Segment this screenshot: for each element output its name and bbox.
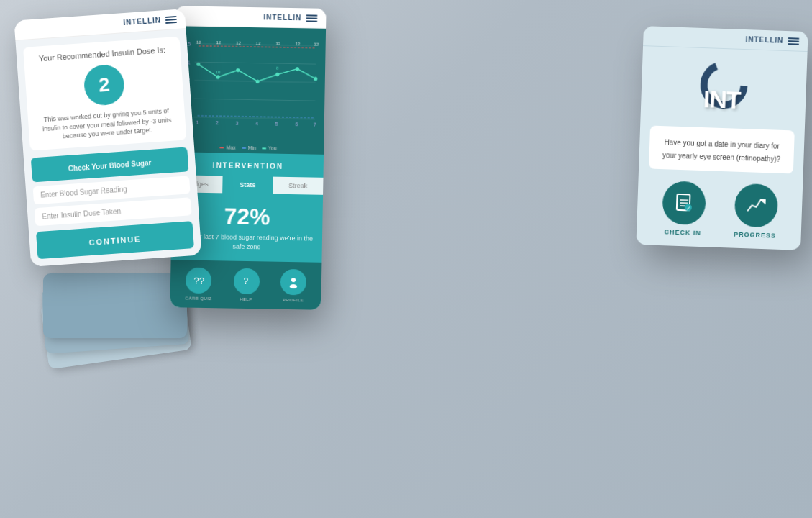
svg-text:12: 12	[196, 40, 202, 45]
chart-svg: 15 11 7 4 0 1 2 3 4 5 6 7	[179, 33, 320, 129]
profile-icon-circle	[280, 269, 307, 296]
svg-text:✓: ✓	[685, 205, 690, 212]
dose-circle: 2	[83, 64, 125, 107]
svg-line-2	[194, 81, 315, 83]
action-buttons: ✓ CHECK IN PROGRESS	[647, 180, 793, 240]
int-text: INT	[703, 85, 741, 114]
svg-text:6: 6	[295, 122, 298, 127]
left-logo: INTELLIN	[123, 16, 161, 27]
svg-text:2: 2	[216, 120, 219, 126]
middle-phone-header: INTELLIN	[175, 6, 326, 29]
blood-sugar-label: Check Your Blood Sugar	[68, 159, 152, 173]
progress-label: PROGRESS	[734, 231, 776, 240]
right-logo: INTELLIN	[745, 35, 783, 45]
legend-max: Max	[220, 145, 236, 150]
middle-menu-icon[interactable]	[306, 14, 317, 22]
svg-text:?: ?	[243, 277, 248, 287]
svg-line-1	[195, 62, 316, 64]
svg-text:10: 10	[216, 69, 222, 74]
card-stack	[43, 273, 187, 360]
tab-stats[interactable]: Stats	[222, 176, 273, 194]
left-menu-icon[interactable]	[165, 15, 178, 23]
svg-text:4: 4	[255, 121, 258, 127]
legend-you: You	[262, 145, 277, 150]
svg-text:12: 12	[314, 42, 319, 47]
right-phone-body: INT Have you got a date in your diary fo…	[636, 46, 807, 250]
svg-point-35	[291, 278, 296, 282]
legend-min-dot	[242, 147, 246, 148]
middle-logo: INTELLIN	[263, 13, 301, 22]
svg-text:5: 5	[275, 122, 278, 127]
svg-text:12: 12	[236, 40, 242, 45]
dose-box: Your Recommended Insulin Dose Is: 2 This…	[23, 37, 186, 151]
dose-description: This was worked out by giving you 5 unit…	[35, 106, 179, 143]
left-phone-body: Your Recommended Insulin Dose Is: 2 This…	[15, 29, 201, 267]
nav-profile[interactable]: PROFILE	[280, 269, 307, 303]
carb-quiz-icon-circle: ??	[186, 268, 212, 294]
help-icon: ?	[240, 275, 252, 288]
svg-text:7: 7	[314, 122, 316, 128]
legend-min: Min	[242, 145, 256, 150]
svg-text:??: ??	[194, 276, 205, 286]
checkin-label: CHECK IN	[664, 228, 701, 237]
svg-text:12: 12	[216, 40, 222, 45]
chart-area: 15 11 7 4 0 1 2 3 4 5 6 7	[173, 26, 326, 144]
right-phone: INTELLIN INT Have you got a date in your…	[636, 26, 808, 250]
question-text: Have you got a date in your diary for yo…	[662, 138, 780, 163]
nav-carb-quiz[interactable]: ?? CARB QUIZ	[185, 268, 212, 301]
bottom-nav: ?? CARB QUIZ ? HELP PROFILE	[170, 260, 321, 310]
svg-text:3: 3	[235, 121, 238, 127]
dose-number: 2	[98, 73, 111, 97]
checkin-icon-circle: ✓	[662, 181, 706, 225]
help-icon-circle: ?	[233, 268, 260, 295]
profile-icon	[287, 276, 300, 288]
right-menu-icon[interactable]	[788, 37, 799, 45]
svg-text:8: 8	[276, 65, 279, 70]
svg-text:12: 12	[296, 41, 301, 46]
checkin-button[interactable]: ✓ CHECK IN	[661, 181, 706, 237]
svg-text:1: 1	[196, 120, 199, 126]
progress-icon-circle	[734, 183, 778, 228]
progress-icon	[744, 194, 768, 217]
progress-button[interactable]: PROGRESS	[734, 183, 778, 240]
carb-quiz-icon: ??	[191, 273, 206, 288]
question-box: Have you got a date in your diary for yo…	[649, 126, 795, 174]
nav-help[interactable]: ? HELP	[233, 268, 260, 302]
legend-you-dot	[262, 147, 266, 149]
stacked-card-3	[43, 273, 187, 338]
svg-line-3	[194, 99, 315, 101]
continue-button[interactable]: CONTINUE	[36, 221, 194, 259]
tab-streak[interactable]: Streak	[273, 177, 323, 195]
int-ring: INT	[694, 58, 753, 118]
checkin-icon: ✓	[672, 191, 695, 215]
svg-point-14	[275, 73, 279, 76]
intervention-label: INTERVENTION	[213, 161, 283, 171]
left-phone: INTELLIN Your Recommended Insulin Dose I…	[14, 9, 201, 267]
svg-point-36	[290, 284, 298, 288]
svg-text:12: 12	[256, 40, 262, 45]
int-logo-container: INT	[651, 57, 798, 119]
svg-text:12: 12	[275, 41, 281, 46]
legend-max-dot	[220, 147, 224, 148]
dose-title: Your Recommended Insulin Dose Is:	[31, 44, 174, 64]
